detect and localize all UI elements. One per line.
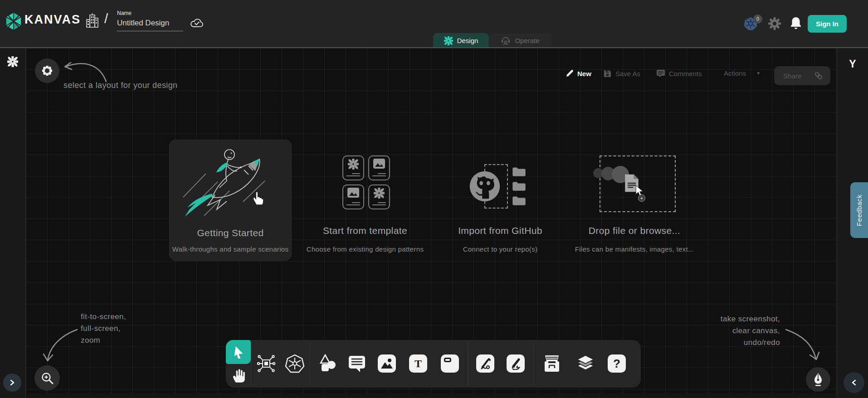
- pencil-tool-icon: [507, 354, 525, 373]
- design-name-field: Name: [117, 10, 183, 31]
- text-tool[interactable]: T: [408, 354, 428, 374]
- share-button[interactable]: Share: [774, 66, 830, 85]
- shapes-tool[interactable]: [317, 354, 337, 374]
- zoom-button[interactable]: [34, 365, 60, 391]
- actions-dropdown[interactable]: Actions ▼: [724, 69, 761, 77]
- mode-tabs: Design Operate: [433, 33, 551, 48]
- notifications-bell-icon[interactable]: [790, 16, 802, 30]
- repo-folder-icon: [512, 181, 527, 191]
- archive-box-icon: [542, 354, 562, 373]
- help-tool-icon: ?: [608, 354, 626, 373]
- github-title[interactable]: Import from GitHub: [432, 225, 568, 236]
- comment-tool[interactable]: [347, 354, 367, 374]
- brand-name: KANVAS: [24, 13, 81, 27]
- github-octocat-icon[interactable]: [469, 170, 501, 202]
- name-field-label: Name: [117, 10, 183, 16]
- getting-started-title: Getting Started: [170, 228, 291, 238]
- note-tool[interactable]: [440, 354, 460, 374]
- settings-gear-icon[interactable]: [768, 17, 781, 30]
- share-link-icon: [814, 71, 823, 80]
- image-tool[interactable]: [377, 354, 397, 374]
- save-as-button[interactable]: Save As: [603, 69, 640, 78]
- zoom-hint-text: fit-to-screen, full-screen, zoom: [81, 311, 126, 346]
- image-tool-icon: [378, 354, 396, 373]
- layout-selector-button[interactable]: [35, 58, 59, 83]
- toolbar-separator: [468, 342, 468, 385]
- kanvas-logo-icon: [5, 12, 23, 31]
- right-sidebar-logo: Y: [837, 58, 868, 70]
- layout-flower-icon: [41, 64, 54, 77]
- toolbar-separator: [310, 342, 310, 385]
- template-card[interactable]: [342, 155, 390, 209]
- chip-network-icon: [257, 354, 276, 373]
- layers-stack-icon: [575, 354, 595, 373]
- chevron-right-icon: [9, 379, 15, 386]
- note-tool-icon: [441, 354, 459, 373]
- breadcrumb-separator: /: [104, 11, 108, 26]
- pinwheel-icon: [348, 159, 359, 170]
- screenshot-hint-arrow: [782, 324, 823, 365]
- rocket-illustration: [176, 142, 280, 223]
- shapes-icon: [318, 354, 337, 373]
- cursor-arrow-icon: [233, 346, 244, 359]
- image-icon: [347, 188, 359, 198]
- layers-tool[interactable]: [575, 354, 595, 374]
- archive-tool[interactable]: [542, 354, 562, 374]
- kubernetes-status-button[interactable]: 0: [743, 16, 767, 33]
- chevron-left-icon: [851, 379, 857, 386]
- repo-folder-icon: [512, 167, 527, 177]
- template-thumb: [342, 155, 364, 180]
- comments-icon: [656, 69, 665, 78]
- getting-started-card[interactable]: Getting Started Walk-throughs and sample…: [169, 140, 292, 261]
- app-header: KANVAS / Name: [0, 0, 868, 48]
- kubernetes-wheel-icon: [285, 354, 305, 373]
- organization-icon[interactable]: [85, 13, 99, 29]
- github-subtitle: Connect to your repo(s): [432, 245, 568, 253]
- pencil-new-icon: [566, 69, 574, 78]
- toolbar-separator: [251, 342, 251, 385]
- tab-operate[interactable]: Operate: [489, 33, 551, 48]
- architecture-tool[interactable]: [256, 354, 276, 374]
- select-tool[interactable]: [226, 340, 251, 364]
- comments-button[interactable]: Comments: [656, 69, 702, 78]
- template-subtitle: Choose from existing design patterns: [297, 245, 433, 253]
- feedback-tab[interactable]: Feedback: [850, 182, 868, 238]
- drop-title[interactable]: Drop file or browse...: [566, 225, 702, 236]
- new-button[interactable]: New: [566, 69, 591, 78]
- tab-design[interactable]: Design: [433, 33, 489, 48]
- pencil-tool[interactable]: [506, 354, 526, 374]
- notification-count-badge: 0: [753, 15, 762, 24]
- pinwheel-icon: [374, 188, 385, 199]
- kubernetes-tool[interactable]: [285, 354, 305, 374]
- caret-down-icon: ▼: [756, 71, 761, 76]
- design-tab-icon: [444, 36, 453, 45]
- cloud-saved-icon: [190, 17, 204, 28]
- kanvas-app: KANVAS / Name: [0, 0, 868, 398]
- getting-started-subtitle: Walk-throughs and sample scenarios: [170, 245, 291, 253]
- sidebar-pinwheel-icon[interactable]: [7, 56, 18, 67]
- comment-bubble-icon: [347, 354, 366, 373]
- operate-tab-icon: [501, 36, 511, 46]
- pen-tool[interactable]: [475, 354, 495, 374]
- pen-nib-icon: [812, 373, 824, 386]
- design-name-input[interactable]: [117, 18, 183, 31]
- pen-actions-button[interactable]: [806, 367, 830, 392]
- template-thumb: [368, 155, 390, 180]
- save-icon: [603, 69, 612, 78]
- template-thumb: [368, 184, 390, 209]
- drop-subtitle: Files can be manifests, images, text...: [566, 245, 702, 253]
- help-tool[interactable]: ?: [607, 354, 627, 374]
- image-icon: [373, 159, 385, 169]
- toolbar-separator: [534, 342, 534, 385]
- pen-tool-icon: [476, 354, 494, 373]
- template-title[interactable]: Start from template: [297, 225, 433, 236]
- layout-hint-arrow: [58, 51, 112, 87]
- collapse-right-panel-button[interactable]: [844, 372, 864, 393]
- plus-badge-icon: +: [638, 194, 645, 202]
- expand-left-panel-button[interactable]: [3, 374, 21, 392]
- left-sidebar: [0, 48, 26, 398]
- pan-tool[interactable]: [230, 365, 247, 384]
- tool-palette: T: [226, 340, 641, 388]
- text-tool-icon: T: [409, 354, 427, 373]
- sign-in-button[interactable]: Sign In: [808, 15, 847, 33]
